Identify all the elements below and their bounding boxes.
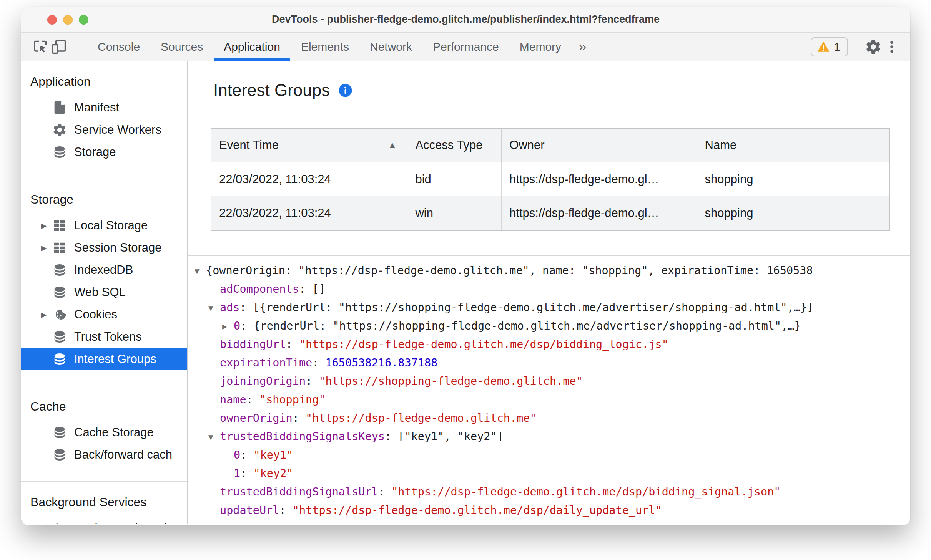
tab-label: Network [370,40,412,53]
more-tabs-button[interactable]: » [572,39,593,55]
database-icon [52,425,67,440]
expand-arrow-icon[interactable]: ▶ [21,310,52,319]
tree-colon: : [240,449,253,461]
sidebar-item-label: IndexedDB [74,263,133,277]
column-header-owner[interactable]: Owner [502,129,697,162]
table-cell: 22/03/2022, 11:03:24 [211,162,407,196]
sort-ascending-icon: ▲ [388,140,397,151]
device-toolbar-icon[interactable] [50,38,68,56]
tree-property-name: joiningOrigin [220,375,306,388]
column-header-access-type[interactable]: Access Type [407,129,502,162]
tree-colon: : [239,301,253,314]
tree-value-string: "{\"user_bidding_signals\":\"user_biddin… [352,522,701,524]
table-cell: bid [407,162,502,196]
tree-colon: : [279,504,292,517]
sidebar-item-indexeddb[interactable]: IndexedDB [21,259,187,281]
sidebar-item-web-sql[interactable]: Web SQL [21,281,187,303]
upload-icon [52,520,67,524]
tree-property-name: ownerOrigin [220,412,293,424]
tree-line-ownerorigin: ownerOrigin: "https://dsp-fledge-demo.gl… [195,409,910,427]
sidebar-item-trust-tokens[interactable]: Trust Tokens [21,326,187,348]
database-icon [52,262,67,278]
table-icon [52,218,67,233]
sidebar-item-storage[interactable]: Storage [21,141,187,163]
tab-application[interactable]: Application [213,33,291,61]
table-header-row: Event Time▲Access TypeOwnerName [211,129,889,162]
database-icon [52,447,67,462]
table-cell: shopping [697,196,889,230]
column-header-event-time[interactable]: Event Time▲ [211,129,407,162]
tab-network[interactable]: Network [359,33,422,61]
tab-performance[interactable]: Performance [422,33,509,61]
sidebar-item-label: Trust Tokens [74,330,142,344]
tree-value-string: "key2" [254,467,293,480]
tree-colon: : [240,320,253,332]
tree-line-0: ▶0: {renderUrl: "https://shopping-fledge… [195,317,910,335]
table-row[interactable]: 22/03/2022, 11:03:24winhttps://dsp-fledg… [211,196,889,230]
table-cell: win [407,196,502,230]
window-title: DevTools - publisher-fledge-demo.glitch.… [21,13,910,25]
tree-property-name: updateUrl [220,504,279,517]
sidebar-item-label: Cookies [74,308,117,321]
sidebar-section-title: Cache [21,398,187,421]
cookie-icon [52,307,67,322]
expand-arrow-icon[interactable]: ▶ [21,244,52,252]
tree-value-string: "key1" [254,449,293,461]
sidebar-item-cookies[interactable]: ▶Cookies [21,303,187,326]
sidebar-section-storage: Storage▶Local Storage▶Session StorageInd… [21,179,187,386]
tree-value-preview: [] [312,283,325,295]
tree-colon: : [378,485,391,498]
tree-property-name: trustedBiddingSignalsUrl [220,485,378,498]
sidebar-item-manifest[interactable]: Manifest [21,96,187,119]
database-icon [52,329,67,345]
sidebar-item-cache-storage[interactable]: Cache Storage [21,421,187,444]
issues-badge[interactable]: 1 [811,37,848,56]
sidebar-item-background-fetch[interactable]: Background Fetch [21,517,187,524]
tab-label: Sources [161,40,203,53]
tree-expander-icon[interactable]: ▼ [208,299,220,317]
tree-colon: : [299,283,312,295]
tree-value-preview: ["key1", "key2"] [398,430,504,443]
tree-property-name: ads [220,301,239,314]
tree-property-name: userBiddingSignals [220,522,339,524]
more-options-icon[interactable] [883,38,901,56]
sidebar-item-label: Back/forward cach [74,448,172,462]
database-icon [52,351,67,367]
application-sidebar: ApplicationManifestService WorkersStorag… [21,61,188,524]
sidebar-item-session-storage[interactable]: ▶Session Storage [21,237,187,259]
tree-colon: : [306,375,319,388]
sidebar-item-label: Cache Storage [74,426,154,439]
sidebar-item-local-storage[interactable]: ▶Local Storage [21,214,187,237]
column-header-label: Event Time [219,138,279,152]
tree-expander-icon[interactable]: ▼ [195,262,206,280]
settings-gear-icon[interactable] [864,38,883,56]
expand-arrow-icon[interactable]: ▶ [21,221,52,230]
tree-property-name: 0 [234,449,240,461]
tree-value-preview: [{renderUrl: "https://shopping-fledge-de… [253,301,813,314]
tree-expander-icon[interactable]: ▶ [222,317,234,336]
sidebar-item-label: Storage [74,145,116,159]
tree-property-name: adComponents [220,283,299,295]
inspect-element-icon[interactable] [31,38,50,56]
sidebar-item-back-forward-cach[interactable]: Back/forward cach [21,444,187,466]
toolbar-divider [76,39,76,55]
sidebar-section-title: Background Services [21,494,187,517]
column-header-name[interactable]: Name [697,129,889,162]
tree-expander-icon[interactable]: ▼ [208,428,220,446]
tab-sources[interactable]: Sources [150,33,213,61]
tab-console[interactable]: Console [87,33,150,61]
sidebar-item-service-workers[interactable]: Service Workers [21,119,187,141]
sidebar-section-cache: CacheCache StorageBack/forward cach [21,386,187,481]
sidebar-item-label: Interest Groups [74,352,156,366]
table-row[interactable]: 22/03/2022, 11:03:24bidhttps://dsp-fledg… [211,162,889,196]
tab-memory[interactable]: Memory [509,33,572,61]
column-header-label: Owner [509,138,544,152]
tab-label: Elements [301,40,349,53]
tree-property-name: 1 [234,467,240,480]
title-bar: DevTools - publisher-fledge-demo.glitch.… [21,7,910,33]
info-icon[interactable] [338,83,352,98]
tree-value-string: "https://dsp-fledge-demo.glitch.me" [306,412,537,424]
sidebar-item-interest-groups[interactable]: Interest Groups [21,348,187,370]
tab-elements[interactable]: Elements [291,33,359,61]
tree-line-trustedbiddingsignalskeys: ▼trustedBiddingSignalsKeys: ["key1", "ke… [195,427,910,446]
